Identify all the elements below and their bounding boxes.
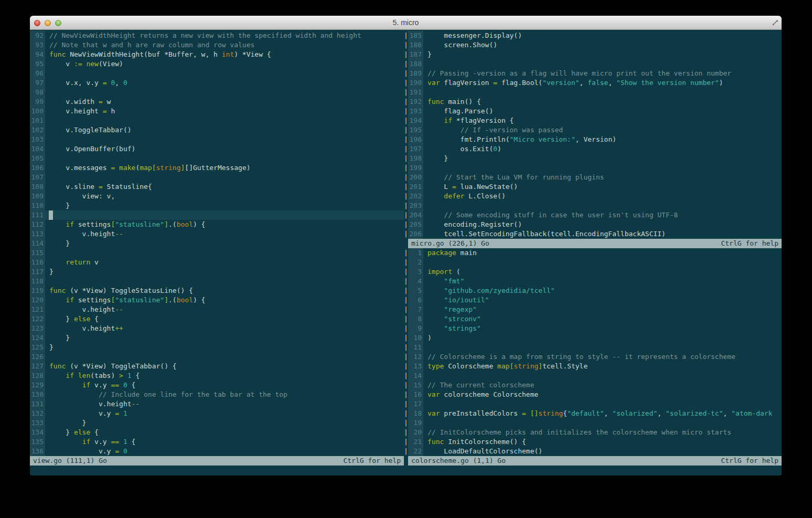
split-divider: | [404,201,408,210]
code-text [423,163,782,173]
line-number: 117 [30,267,45,277]
line-number: 120 [30,295,45,305]
split-divider: | [404,69,408,78]
line-number: 16 [408,390,423,399]
code-line: 120 if settings["statusline"].(bool) { [30,295,404,305]
line-number: 95 [30,59,45,69]
line-number: 106 [30,163,45,173]
code-text: // Start the Lua VM for running plugins [423,173,782,182]
code-text: "github.com/zyedidia/tcell" [423,286,782,295]
code-line: |192func main() { [404,97,782,107]
line-number: 17 [408,399,423,409]
code-line: |203 [404,201,782,210]
code-line: 130 // Include one line for the tab bar … [30,390,404,399]
code-line: 113 v.height-- [30,229,404,239]
window-titlebar[interactable]: 5. micro [30,16,782,30]
code-line: |11 [404,343,782,352]
code-text: } [423,154,782,163]
split-divider: | [404,324,408,333]
line-number: 7 [408,305,423,314]
line-number: 9 [408,324,423,333]
line-number: 101 [30,116,45,125]
code-line: |17 [404,399,782,409]
code-text: } [45,239,404,248]
code-text: v.y = 0 [45,447,404,456]
status-help-hint: CtrlG for help [343,456,401,466]
code-text [45,173,404,182]
split-panes: 92// NewViewWidthHeight returns a new vi… [30,31,782,466]
editor-pane-colorscheme-go[interactable]: |1package main|2|3import (|4 "fmt"|5 "gi… [404,248,782,466]
split-divider: | [404,380,408,390]
code-line: 94func NewViewWidthHeight(buf *Buffer, w… [30,50,404,59]
split-divider: | [404,277,408,286]
code-line: |7 "regexp" [404,305,782,314]
code-text [423,418,782,428]
line-number: 107 [30,173,45,182]
code-line: |195 // If -version was passed [404,125,782,135]
code-text: var flagVersion = flag.Bool("version", f… [423,78,782,88]
message-line [30,466,782,475]
line-number: 205 [408,220,423,229]
status-help-hint: CtrlG for help [721,239,778,248]
code-text: } else { [45,314,404,324]
line-number: 134 [30,428,45,437]
status-bar: view.go (111,1) GoCtrlG for help [30,456,404,466]
line-number: 115 [30,248,45,258]
code-text: // Include one line for the tab bar at t… [45,390,404,399]
code-text: v.messages = make(map[string][]GutterMes… [45,163,404,173]
code-text: "io/ioutil" [423,295,782,305]
split-divider: | [404,88,408,97]
line-number: 203 [408,201,423,210]
code-text: } [45,418,404,428]
split-divider: | [404,59,408,69]
code-text: v.height-- [45,305,404,314]
split-divider: | [404,107,408,116]
line-number: 94 [30,50,45,59]
split-divider: | [404,314,408,324]
line-number: 129 [30,380,45,390]
line-number: 96 [30,69,45,78]
split-divider: | [404,352,408,362]
line-number: 103 [30,135,45,144]
line-number: 102 [30,125,45,135]
code-line: |198 } [404,154,782,163]
code-line: 112 if settings["statusline"].(bool) { [30,220,404,229]
line-number: 200 [408,173,423,182]
line-number: 123 [30,324,45,333]
code-text: // Colorscheme is a map from string to s… [423,352,782,362]
editor-pane-view-go[interactable]: 92// NewViewWidthHeight returns a new vi… [30,31,404,466]
line-number: 188 [408,59,423,69]
code-text: } [45,333,404,343]
code-text: v.height++ [45,324,404,333]
line-number: 11 [408,343,423,352]
text-cursor [49,210,53,220]
split-divider: | [404,144,408,154]
code-line: |13type Colorscheme map[string]tcell.Sty… [404,362,782,371]
line-number: 8 [408,314,423,324]
line-number: 14 [408,371,423,380]
split-divider: | [404,31,408,40]
split-divider: | [404,295,408,305]
code-line: 108 v.sline = Statusline{ [30,182,404,192]
split-divider: | [404,229,408,239]
editor-pane-micro-go[interactable]: |185 messenger.Display()|186 screen.Show… [404,31,782,248]
code-text: screen.Show() [423,40,782,50]
code-text: import ( [423,267,782,277]
line-number: 100 [30,107,45,116]
code-text: func main() { [423,97,782,107]
code-text [45,69,404,78]
split-divider: | [404,50,408,59]
code-line: |190var flagVersion = flag.Bool("version… [404,78,782,88]
code-text: flag.Parse() [423,107,782,116]
split-divider: | [404,390,408,399]
line-number: 193 [408,107,423,116]
line-number: 206 [408,229,423,239]
code-text [45,88,404,97]
code-text: package main [423,248,782,258]
code-line: |12// Colorscheme is a map from string t… [404,352,782,362]
line-number: 118 [30,277,45,286]
code-line: 128 if len(tabs) > 1 { [30,371,404,380]
code-line: 118 [30,277,404,286]
line-number: 5 [408,286,423,295]
line-number: 1 [408,248,423,258]
